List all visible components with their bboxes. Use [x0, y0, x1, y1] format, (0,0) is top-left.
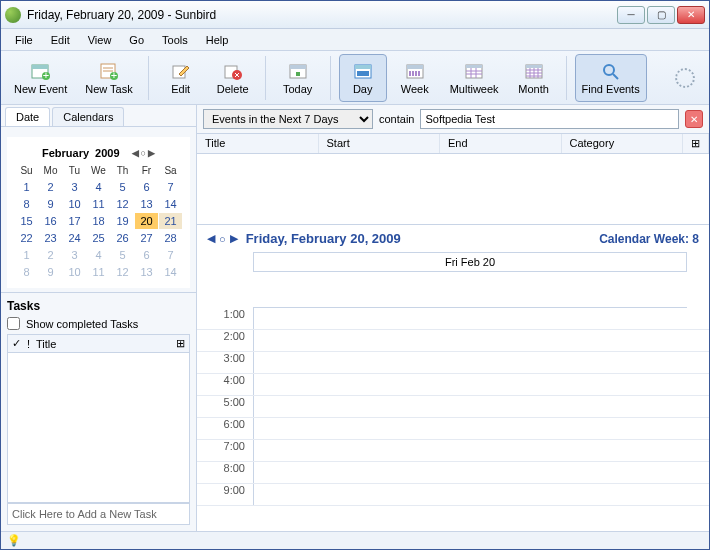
- mini-cal-day[interactable]: 18: [87, 213, 110, 229]
- search-query-input[interactable]: [420, 109, 679, 129]
- clear-search-button[interactable]: ✕: [685, 110, 703, 128]
- tasks-list[interactable]: [7, 353, 190, 503]
- hour-row[interactable]: 9:00: [197, 484, 709, 506]
- mini-cal-day[interactable]: 12: [111, 196, 134, 212]
- menu-tools[interactable]: Tools: [154, 32, 196, 48]
- mini-cal-day[interactable]: 8: [15, 196, 38, 212]
- hour-cell[interactable]: [253, 484, 709, 505]
- mini-cal-day[interactable]: 22: [15, 230, 38, 246]
- mini-cal-day[interactable]: 2: [39, 247, 62, 263]
- add-task-input[interactable]: Click Here to Add a New Task: [7, 503, 190, 525]
- mini-cal-day[interactable]: 24: [63, 230, 86, 246]
- mini-cal-day[interactable]: 19: [111, 213, 134, 229]
- menu-view[interactable]: View: [80, 32, 120, 48]
- show-completed-checkbox[interactable]: [7, 317, 20, 330]
- mini-cal-day[interactable]: 11: [87, 196, 110, 212]
- today-button[interactable]: Today: [274, 54, 322, 102]
- tab-date[interactable]: Date: [5, 107, 50, 126]
- mini-cal-day[interactable]: 10: [63, 264, 86, 280]
- tasks-col-priority[interactable]: !: [27, 338, 30, 350]
- mini-cal-day[interactable]: 2: [39, 179, 62, 195]
- new-task-button[interactable]: + New Task: [78, 54, 139, 102]
- hour-row[interactable]: 1:00: [197, 308, 709, 330]
- results-list[interactable]: [197, 154, 709, 224]
- today-circle-icon[interactable]: ○: [219, 233, 226, 245]
- menu-edit[interactable]: Edit: [43, 32, 78, 48]
- mini-cal-day[interactable]: 26: [111, 230, 134, 246]
- menu-go[interactable]: Go: [121, 32, 152, 48]
- hour-cell[interactable]: [253, 418, 709, 439]
- tasks-col-check[interactable]: ✓: [12, 337, 21, 350]
- hours-grid[interactable]: 1:002:003:004:005:006:007:008:009:00: [197, 308, 709, 531]
- mini-cal-day[interactable]: 9: [39, 196, 62, 212]
- mini-cal-day[interactable]: 23: [39, 230, 62, 246]
- edit-button[interactable]: Edit: [157, 54, 205, 102]
- today-dot-icon[interactable]: ○: [141, 148, 146, 158]
- mini-cal-day[interactable]: 3: [63, 247, 86, 263]
- mini-cal-day[interactable]: 15: [15, 213, 38, 229]
- mini-cal-day[interactable]: 4: [87, 247, 110, 263]
- mini-cal-day[interactable]: 17: [63, 213, 86, 229]
- mini-cal-day[interactable]: 28: [159, 230, 182, 246]
- hour-row[interactable]: 8:00: [197, 462, 709, 484]
- col-start[interactable]: Start: [319, 134, 441, 153]
- close-button[interactable]: ✕: [677, 6, 705, 24]
- month-view-button[interactable]: Month: [510, 54, 558, 102]
- hour-row[interactable]: 5:00: [197, 396, 709, 418]
- mini-cal-day[interactable]: 1: [15, 247, 38, 263]
- mini-cal-day[interactable]: 20: [135, 213, 158, 229]
- col-picker-icon[interactable]: ⊞: [683, 134, 709, 153]
- mini-cal-day[interactable]: 1: [15, 179, 38, 195]
- hour-cell[interactable]: [253, 352, 709, 373]
- titlebar[interactable]: Friday, February 20, 2009 - Sunbird ─ ▢ …: [1, 1, 709, 29]
- mini-cal-day[interactable]: 12: [111, 264, 134, 280]
- tab-calendars[interactable]: Calendars: [52, 107, 124, 126]
- week-view-button[interactable]: Week: [391, 54, 439, 102]
- prev-day-icon[interactable]: ◀: [207, 232, 215, 245]
- next-month-icon[interactable]: ▶: [148, 148, 155, 158]
- col-category[interactable]: Category: [562, 134, 684, 153]
- new-event-button[interactable]: + New Event: [7, 54, 74, 102]
- hour-row[interactable]: 2:00: [197, 330, 709, 352]
- col-title[interactable]: Title: [197, 134, 319, 153]
- delete-button[interactable]: Delete: [209, 54, 257, 102]
- hour-row[interactable]: 3:00: [197, 352, 709, 374]
- mini-cal-day[interactable]: 4: [87, 179, 110, 195]
- hour-row[interactable]: 6:00: [197, 418, 709, 440]
- hour-cell[interactable]: [253, 374, 709, 395]
- col-end[interactable]: End: [440, 134, 562, 153]
- multiweek-view-button[interactable]: Multiweek: [443, 54, 506, 102]
- search-range-select[interactable]: Events in the Next 7 Days: [203, 109, 373, 129]
- hour-row[interactable]: 4:00: [197, 374, 709, 396]
- mini-cal-day[interactable]: 9: [39, 264, 62, 280]
- next-day-icon[interactable]: ▶: [230, 232, 238, 245]
- mini-cal-day[interactable]: 7: [159, 179, 182, 195]
- hour-cell[interactable]: [253, 462, 709, 483]
- mini-cal-day[interactable]: 11: [87, 264, 110, 280]
- mini-cal-day[interactable]: 3: [63, 179, 86, 195]
- mini-cal-day[interactable]: 13: [135, 196, 158, 212]
- mini-cal-day[interactable]: 13: [135, 264, 158, 280]
- hour-row[interactable]: 7:00: [197, 440, 709, 462]
- mini-cal-day[interactable]: 6: [135, 247, 158, 263]
- mini-cal-day[interactable]: 5: [111, 179, 134, 195]
- maximize-button[interactable]: ▢: [647, 6, 675, 24]
- hour-cell[interactable]: [253, 308, 709, 329]
- mini-cal-day[interactable]: 27: [135, 230, 158, 246]
- day-view-button[interactable]: Day: [339, 54, 387, 102]
- mini-cal-day[interactable]: 10: [63, 196, 86, 212]
- mini-cal-day[interactable]: 21: [159, 213, 182, 229]
- mini-cal-day[interactable]: 8: [15, 264, 38, 280]
- menu-file[interactable]: File: [7, 32, 41, 48]
- prev-month-icon[interactable]: ◀: [132, 148, 139, 158]
- hour-cell[interactable]: [253, 330, 709, 351]
- find-events-button[interactable]: Find Events: [575, 54, 647, 102]
- hour-cell[interactable]: [253, 440, 709, 461]
- mini-cal-day[interactable]: 5: [111, 247, 134, 263]
- mini-cal-day[interactable]: 16: [39, 213, 62, 229]
- mini-cal-day[interactable]: 6: [135, 179, 158, 195]
- hour-cell[interactable]: [253, 396, 709, 417]
- mini-cal-day[interactable]: 14: [159, 196, 182, 212]
- mini-cal-day[interactable]: 7: [159, 247, 182, 263]
- all-day-row[interactable]: [253, 272, 687, 308]
